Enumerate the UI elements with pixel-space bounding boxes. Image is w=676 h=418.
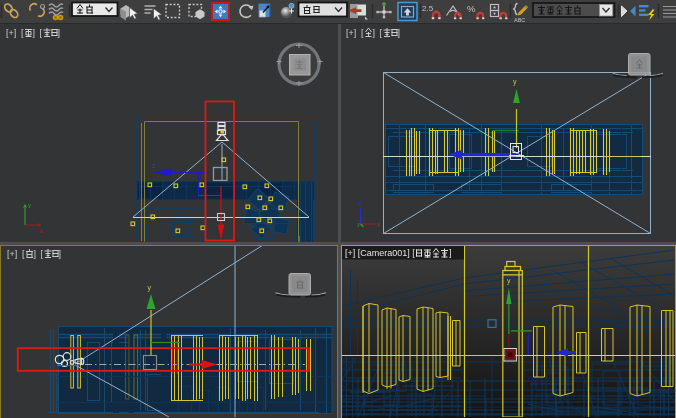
svg-text:z: z	[358, 200, 361, 207]
svg-text:]: ]	[59, 249, 62, 259]
svg-text:ABC: ABC	[514, 17, 525, 23]
svg-text:[: [	[361, 28, 364, 38]
svg-text:]: ]	[58, 28, 61, 38]
svg-text:]: ]	[398, 28, 401, 38]
svg-text:x: x	[40, 228, 43, 234]
svg-text:[+]: [+]	[6, 28, 16, 38]
svg-text:y: y	[357, 221, 360, 227]
svg-text:y: y	[28, 202, 31, 208]
svg-text:[: [	[21, 28, 24, 38]
svg-text:]: ]	[373, 28, 376, 38]
svg-text:[: [	[41, 249, 44, 259]
svg-text:2.5: 2.5	[422, 4, 434, 13]
svg-text:[: [	[380, 28, 383, 38]
svg-text:z: z	[152, 162, 155, 169]
svg-text:]: ]	[34, 249, 37, 259]
svg-text:[: [	[22, 249, 25, 259]
svg-text:[+] [Camera001] [: [+] [Camera001] [	[345, 248, 415, 258]
svg-text:[: [	[40, 28, 43, 38]
svg-text:y: y	[148, 284, 152, 292]
svg-text:%: %	[467, 3, 476, 14]
svg-text:]: ]	[33, 28, 36, 38]
svg-text:[+]: [+]	[346, 28, 356, 38]
svg-text:y: y	[507, 277, 511, 285]
svg-text:y: y	[513, 78, 517, 86]
svg-text:]: ]	[449, 248, 452, 258]
svg-text:x: x	[377, 221, 381, 228]
svg-text:[+]: [+]	[7, 249, 17, 259]
